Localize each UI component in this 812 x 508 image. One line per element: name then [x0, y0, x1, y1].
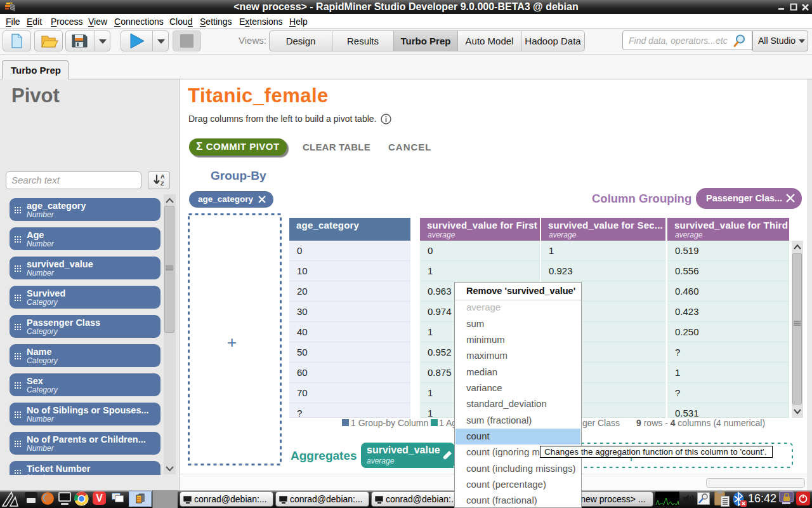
svg-text:A: A — [160, 173, 165, 180]
svg-text:Z: Z — [160, 180, 164, 187]
